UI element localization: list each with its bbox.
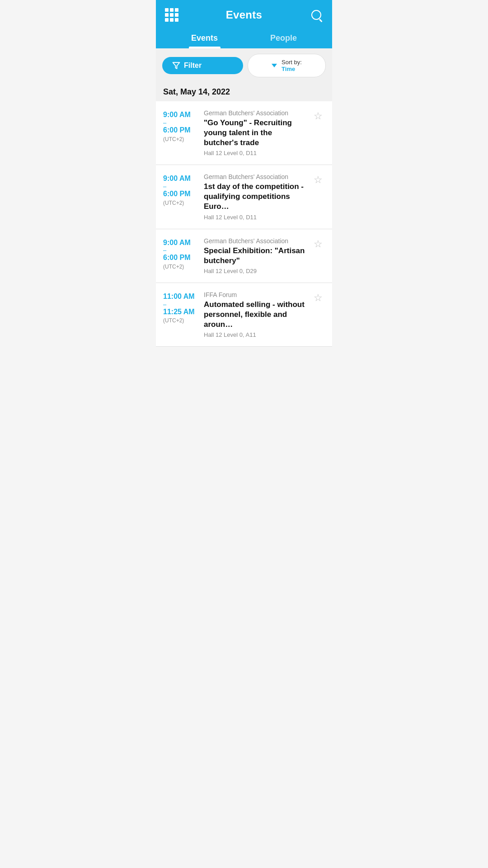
star-icon: ☆	[314, 175, 323, 185]
favorite-button[interactable]: ☆	[311, 109, 325, 121]
event-content: German Butchers' Association 1st day of …	[199, 173, 311, 220]
tab-people[interactable]: People	[244, 29, 323, 48]
star-icon: ☆	[314, 111, 323, 121]
event-timezone: (UTC+2)	[163, 264, 184, 270]
search-icon[interactable]	[310, 8, 323, 22]
event-time: 11:00 AM – 11:25 AM (UTC+2)	[163, 291, 199, 324]
chevron-down-icon	[272, 64, 277, 67]
event-time: 9:00 AM – 6:00 PM (UTC+2)	[163, 173, 199, 206]
event-timezone: (UTC+2)	[163, 200, 184, 206]
event-content: German Butchers' Association Special Exh…	[199, 237, 311, 274]
favorite-button[interactable]: ☆	[311, 291, 325, 303]
table-row[interactable]: 9:00 AM – 6:00 PM (UTC+2) German Butcher…	[156, 165, 332, 229]
tab-bar: Events People	[165, 29, 323, 48]
favorite-button[interactable]: ☆	[311, 237, 325, 249]
table-row[interactable]: 9:00 AM – 6:00 PM (UTC+2) German Butcher…	[156, 101, 332, 165]
filter-icon	[172, 61, 180, 70]
event-location: Hall 12 Level 0, D11	[204, 214, 307, 221]
event-time-end: 6:00 PM	[163, 189, 190, 199]
event-organizer: IFFA Forum	[204, 291, 307, 298]
header-top-bar: Events	[165, 8, 323, 29]
event-content: German Butchers' Association "Go Young" …	[199, 109, 311, 156]
event-time-start: 9:00 AM	[163, 238, 191, 248]
star-icon: ☆	[314, 293, 323, 303]
event-organizer: German Butchers' Association	[204, 237, 307, 245]
event-title: 1st day of the competition - qualifying …	[204, 182, 307, 212]
event-time: 9:00 AM – 6:00 PM (UTC+2)	[163, 109, 199, 142]
date-header: Sat, May 14, 2022	[156, 83, 332, 101]
event-time-start: 9:00 AM	[163, 110, 191, 120]
page-title: Events	[226, 9, 263, 21]
filter-button[interactable]: Filter	[162, 57, 243, 74]
event-title: Automated selling - without personnel, f…	[204, 300, 307, 330]
event-time: 9:00 AM – 6:00 PM (UTC+2)	[163, 237, 199, 270]
event-time-end: 11:25 AM	[163, 307, 195, 317]
sort-label-line2: Time	[282, 66, 295, 72]
event-title: "Go Young" - Recruiting young talent in …	[204, 118, 307, 148]
table-row[interactable]: 9:00 AM – 6:00 PM (UTC+2) German Butcher…	[156, 229, 332, 283]
sort-label-line1: Sort by:	[282, 59, 302, 66]
tab-events[interactable]: Events	[165, 29, 244, 48]
event-time-end: 6:00 PM	[163, 253, 190, 263]
event-list: 9:00 AM – 6:00 PM (UTC+2) German Butcher…	[156, 101, 332, 347]
event-location: Hall 12 Level 0, D11	[204, 150, 307, 156]
event-timezone: (UTC+2)	[163, 136, 184, 142]
grid-menu-icon[interactable]	[165, 8, 178, 22]
star-icon: ☆	[314, 239, 323, 249]
event-time-start: 11:00 AM	[163, 292, 195, 302]
event-time-start: 9:00 AM	[163, 174, 191, 184]
event-location: Hall 12 Level 0, D29	[204, 268, 307, 274]
event-organizer: German Butchers' Association	[204, 109, 307, 117]
event-location: Hall 12 Level 0, A11	[204, 331, 307, 338]
event-title: Special Exhibition: "Artisan butchery"	[204, 246, 307, 266]
favorite-button[interactable]: ☆	[311, 173, 325, 185]
event-organizer: German Butchers' Association	[204, 173, 307, 180]
app-header: Events Events People	[156, 0, 332, 48]
table-row[interactable]: 11:00 AM – 11:25 AM (UTC+2) IFFA Forum A…	[156, 283, 332, 347]
sort-button[interactable]: Sort by: Time	[248, 54, 326, 77]
event-time-end: 6:00 PM	[163, 126, 190, 135]
event-content: IFFA Forum Automated selling - without p…	[199, 291, 311, 338]
controls-bar: Filter Sort by: Time	[156, 48, 332, 83]
event-timezone: (UTC+2)	[163, 317, 184, 324]
svg-marker-0	[173, 62, 180, 69]
